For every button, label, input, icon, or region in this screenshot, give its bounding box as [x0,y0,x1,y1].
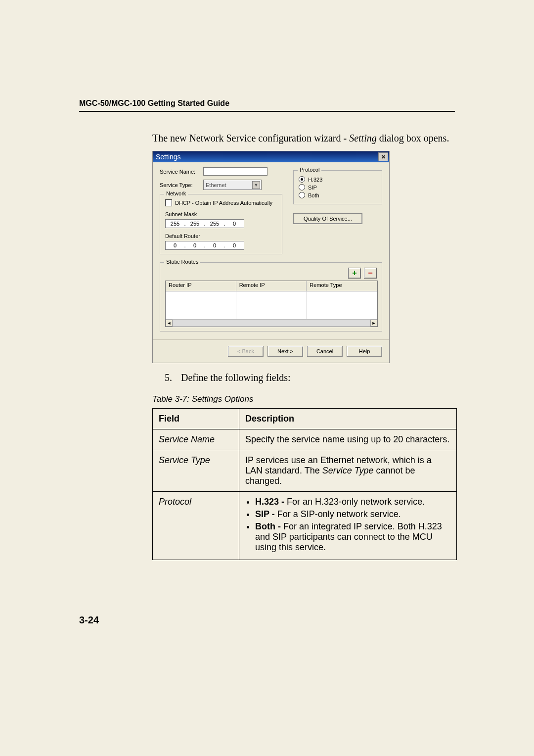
protocol-radio-h323[interactable]: H.323 [299,176,377,183]
protocol-sip-bold: SIP - [255,509,277,519]
step-number: 5. [152,372,181,383]
protocol-sip-rest: For a SIP-only network service. [277,509,401,519]
protocol-both-item: Both - For an integrated IP service. Bot… [255,521,450,553]
field-protocol: Protocol [153,492,239,560]
static-routes-group: Static Routes + − Router IP Remote IP Re… [160,262,382,331]
step-5: 5. Define the following fields: [152,372,455,383]
dhcp-checkbox-row[interactable]: DHCP - Obtain IP Address Automatically [165,199,277,206]
document-page: MGC-50/MGC-100 Getting Started Guide The… [79,99,455,560]
table-cell[interactable] [307,291,377,319]
ip-dot: . [203,242,206,248]
quality-of-service-button[interactable]: Quality Of Service... [293,213,362,224]
table-cell[interactable] [166,291,236,319]
protocol-both-bold: Both - [255,521,283,531]
back-button[interactable]: < Back [228,346,264,357]
table-row: Protocol H.323 - For an H.323-only netwo… [153,492,457,560]
chevron-down-icon[interactable]: ▼ [252,181,260,189]
protocol-sip-label: SIP [308,185,317,190]
protocol-radio-both[interactable]: Both [299,192,377,198]
table-cell[interactable] [236,291,307,319]
field-service-name: Service Name [153,429,239,450]
step-text: Define the following fields: [181,372,291,383]
ip-dot: . [223,242,226,248]
protocol-h323-bold: H.323 - [255,497,287,507]
protocol-h323-rest: For an H.323-only network service. [287,497,425,507]
intro-italic: Setting [349,133,377,143]
subnet-mask-input[interactable]: 255. 255. 255. 0 [165,219,244,228]
dhcp-checkbox[interactable] [165,199,172,206]
settings-title: Settings [156,153,181,161]
network-group: Network DHCP - Obtain IP Address Automat… [160,194,282,254]
desc-protocol: H.323 - For an H.323-only network servic… [239,492,457,560]
help-button[interactable]: Help [347,346,382,357]
table-row: Service Type IP services use an Ethernet… [153,450,457,492]
routes-col-remote-type[interactable]: Remote Type [307,281,377,291]
col-description: Description [239,409,457,429]
service-type-value: Ethernet [206,182,226,188]
service-type-label: Service Type: [160,182,200,188]
settings-titlebar[interactable]: Settings ✕ [153,151,389,162]
router-oct-2[interactable]: 0 [187,242,202,248]
table-caption: Table 3-7: Settings Options [152,394,455,404]
horizontal-scrollbar[interactable]: ◄ ► [166,319,377,327]
static-routes-legend: Static Routes [164,259,200,265]
router-oct-1[interactable]: 0 [168,242,182,248]
page-number: 3-24 [79,614,99,626]
protocol-sip-item: SIP - For a SIP-only network service. [255,509,450,520]
dhcp-label: DHCP - Obtain IP Address Automatically [175,200,272,206]
subnet-oct-1[interactable]: 255 [168,221,182,227]
add-route-button[interactable]: + [348,268,361,279]
radio-icon[interactable] [299,192,305,198]
routes-col-remote-ip[interactable]: Remote IP [236,281,307,291]
next-button[interactable]: Next > [267,346,303,357]
routes-col-router-ip[interactable]: Router IP [166,281,236,291]
settings-dialog: Settings ✕ Service Name: Service Type: E… [152,151,390,363]
router-oct-3[interactable]: 0 [207,242,222,248]
settings-options-table: Field Description Service Name Specify t… [152,408,457,560]
intro-pre: The new Network Service configuration wi… [152,133,349,143]
cancel-button[interactable]: Cancel [307,346,343,357]
intro-post: dialog box opens. [377,133,449,143]
default-router-label: Default Router [165,233,277,239]
static-routes-table[interactable]: Router IP Remote IP Remote Type ◄ ► [165,281,378,327]
network-legend: Network [164,190,188,196]
scroll-left-icon[interactable]: ◄ [166,320,173,327]
radio-selected-icon[interactable] [299,176,305,183]
desc-service-type-italic: Service Type [322,466,374,475]
wizard-button-row: < Back Next > Cancel Help [153,339,389,363]
subnet-oct-3[interactable]: 255 [207,221,222,227]
subnet-oct-4[interactable]: 0 [227,221,242,227]
running-header: MGC-50/MGC-100 Getting Started Guide [79,99,455,112]
scroll-right-icon[interactable]: ► [370,320,377,327]
close-icon[interactable]: ✕ [378,152,388,161]
protocol-h323-label: H.323 [308,177,322,183]
radio-icon[interactable] [299,184,305,190]
col-field: Field [153,409,239,429]
service-name-input[interactable] [203,167,267,176]
subnet-oct-2[interactable]: 255 [187,221,202,227]
protocol-h323-item: H.323 - For an H.323-only network servic… [255,497,450,507]
service-name-label: Service Name: [160,169,200,175]
ip-dot: . [183,242,186,248]
protocol-radio-sip[interactable]: SIP [299,184,377,190]
desc-service-type: IP services use an Ethernet network, whi… [239,450,457,492]
default-router-input[interactable]: 0. 0. 0. 0 [165,241,244,250]
service-type-select[interactable]: Ethernet ▼ [203,180,262,190]
ip-dot: . [223,221,226,227]
field-service-type: Service Type [153,450,239,492]
ip-dot: . [203,221,206,227]
intro-paragraph: The new Network Service configuration wi… [152,132,455,145]
remove-route-button[interactable]: − [364,268,377,279]
protocol-both-rest: For an integrated IP service. Both H.323… [255,521,442,552]
router-oct-4[interactable]: 0 [227,242,242,248]
table-row: Service Name Specify the service name us… [153,429,457,450]
protocol-legend: Protocol [298,167,321,173]
protocol-both-label: Both [308,192,319,198]
desc-service-name: Specify the service name using up to 20 … [239,429,457,450]
ip-dot: . [183,221,186,227]
subnet-mask-label: Subnet Mask [165,211,277,217]
protocol-group: Protocol H.323 SIP Both [293,170,382,204]
